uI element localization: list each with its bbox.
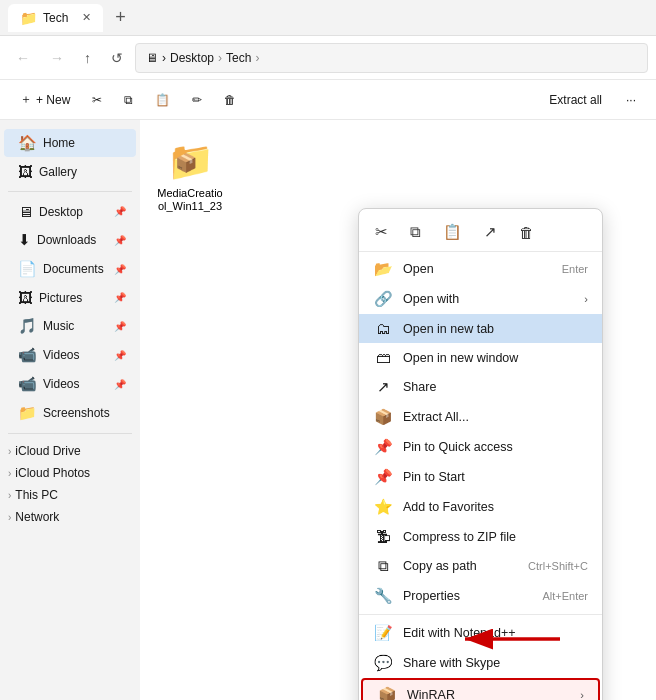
ctx-item-share[interactable]: ↗ Share [359,372,602,402]
paste-icon: 📋 [155,93,170,107]
sidebar-gallery-label: Gallery [39,165,77,179]
sidebar-divider-1 [8,191,132,192]
ctx-delete-button[interactable]: 🗑 [513,220,540,245]
ctx-open-with-arrow: › [584,293,588,305]
ctx-item-extract-all[interactable]: 📦 Extract All... [359,402,602,432]
ctx-paste-button[interactable]: 📋 [437,219,468,245]
music-icon: 🎵 [18,317,37,335]
sidebar-item-videos1[interactable]: 📹 Videos 📌 [4,341,136,369]
ctx-pin-start-label: Pin to Start [403,470,465,484]
rename-button[interactable]: ✏ [182,88,212,112]
action-bar: ＋ + New ✂ ⧉ 📋 ✏ 🗑 Extract all ··· [0,80,656,120]
ctx-item-pin-start[interactable]: 📌 Pin to Start [359,462,602,492]
sidebar-icloud-photos-label: iCloud Photos [15,466,90,480]
sidebar-item-desktop[interactable]: 🖥 Desktop 📌 [4,198,136,225]
address-bar[interactable]: 🖥 › Desktop › Tech › [135,43,648,73]
sidebar-item-screenshots[interactable]: 📁 Screenshots [4,399,136,427]
ctx-share-button[interactable]: ↗ [478,219,503,245]
ctx-item-share-skype[interactable]: 💬 Share with Skype [359,648,602,678]
sidebar-item-home[interactable]: 🏠 Home [4,129,136,157]
chevron-this-pc: › [8,490,11,501]
action-bar-right: Extract all ··· [539,88,646,112]
ctx-item-add-favorites[interactable]: ⭐ Add to Favorites [359,492,602,522]
ctx-edit-notepad-label: Edit with Notepad++ [403,626,516,640]
sidebar-item-downloads[interactable]: ⬇ Downloads 📌 [4,226,136,254]
home-icon: 🏠 [18,134,37,152]
copy-icon: ⧉ [124,93,133,107]
refresh-button[interactable]: ↺ [103,44,131,72]
back-button[interactable]: ← [8,44,38,72]
ctx-winrar-label: WinRAR [407,688,455,700]
open-icon: 📂 [373,260,393,278]
extract-all-label: Extract all [549,93,602,107]
sidebar-icloud-drive[interactable]: › iCloud Drive [0,440,140,462]
properties-icon: 🔧 [373,587,393,605]
title-bar: 📁 Tech ✕ + [0,0,656,36]
ctx-item-open-new-window[interactable]: 🗃 Open in new window [359,343,602,372]
delete-button[interactable]: 🗑 [214,88,246,112]
sidebar-icloud-photos[interactable]: › iCloud Photos [0,462,140,484]
sidebar-item-pictures[interactable]: 🖼 Pictures 📌 [4,284,136,311]
ctx-item-compress-zip[interactable]: 🗜 Compress to ZIP file [359,522,602,551]
sidebar-videos1-label: Videos [43,348,79,362]
delete-icon: 🗑 [224,93,236,107]
ctx-item-edit-notepad[interactable]: 📝 Edit with Notepad++ [359,618,602,648]
ctx-open-with-label: Open with [403,292,459,306]
share-skype-icon: 💬 [373,654,393,672]
ctx-cut-button[interactable]: ✂ [369,219,394,245]
ctx-item-open[interactable]: 📂 Open Enter [359,254,602,284]
pin-quick-icon: 📌 [373,438,393,456]
extract-all-button[interactable]: Extract all [539,88,612,112]
sidebar-item-music[interactable]: 🎵 Music 📌 [4,312,136,340]
winrar-icon: 📦 [377,686,397,700]
address-desktop: Desktop [170,51,214,65]
ctx-item-winrar[interactable]: 📦 WinRAR › [361,678,600,700]
main-layout: 🏠 Home 🖼 Gallery 🖥 Desktop 📌 ⬇ Downloads… [0,120,656,700]
address-view-icon: 🖥 [146,51,158,65]
sidebar-this-pc[interactable]: › This PC [0,484,140,506]
ctx-properties-label: Properties [403,589,460,603]
chevron-icloud-drive: › [8,446,11,457]
toolbar: ← → ↑ ↺ 🖥 › Desktop › Tech › [0,36,656,80]
context-menu: ✂ ⧉ 📋 ↗ 🗑 📂 Open Enter 🔗 Open with › 🗂 [358,208,603,700]
sidebar-item-gallery[interactable]: 🖼 Gallery [4,158,136,185]
cut-button[interactable]: ✂ [82,88,112,112]
address-chevron: › [162,51,166,65]
file-item-mediacreation[interactable]: 📁 📦 MediaCreatio ol_Win11_23 [150,130,230,221]
new-tab-button[interactable]: + [109,5,132,30]
pin-icon-dl: 📌 [114,235,126,246]
sidebar-network[interactable]: › Network [0,506,140,528]
screenshots-icon: 📁 [18,404,37,422]
open-new-tab-icon: 🗂 [373,320,393,337]
ctx-add-favorites-label: Add to Favorites [403,500,494,514]
desktop-icon: 🖥 [18,203,33,220]
ctx-share-label: Share [403,380,436,394]
more-options-button[interactable]: ··· [616,88,646,112]
compress-zip-icon: 🗜 [373,528,393,545]
ctx-item-open-with[interactable]: 🔗 Open with › [359,284,602,314]
ctx-item-pin-quick[interactable]: 📌 Pin to Quick access [359,432,602,462]
sidebar: 🏠 Home 🖼 Gallery 🖥 Desktop 📌 ⬇ Downloads… [0,120,140,700]
new-button[interactable]: ＋ + New [10,86,80,113]
pin-icon-mus: 📌 [114,321,126,332]
sidebar-this-pc-label: This PC [15,488,58,502]
up-button[interactable]: ↑ [76,44,99,72]
ctx-pin-quick-label: Pin to Quick access [403,440,513,454]
address-tech: Tech [226,51,251,65]
sidebar-item-documents[interactable]: 📄 Documents 📌 [4,255,136,283]
ctx-winrar-arrow: › [580,689,584,700]
sidebar-music-label: Music [43,319,74,333]
forward-button[interactable]: → [42,44,72,72]
tab-tech[interactable]: 📁 Tech ✕ [8,4,103,32]
ctx-item-properties[interactable]: 🔧 Properties Alt+Enter [359,581,602,611]
ctx-item-copy-path[interactable]: ⧉ Copy as path Ctrl+Shift+C [359,551,602,581]
copy-button[interactable]: ⧉ [114,88,143,112]
ctx-item-open-new-tab[interactable]: 🗂 Open in new tab [359,314,602,343]
paste-button[interactable]: 📋 [145,88,180,112]
address-sep1: › [218,51,222,65]
pin-start-icon: 📌 [373,468,393,486]
ctx-copy-button[interactable]: ⧉ [404,219,427,245]
sidebar-item-videos2[interactable]: 📹 Videos 📌 [4,370,136,398]
tab-close-button[interactable]: ✕ [82,11,91,24]
ctx-open-new-window-label: Open in new window [403,351,518,365]
